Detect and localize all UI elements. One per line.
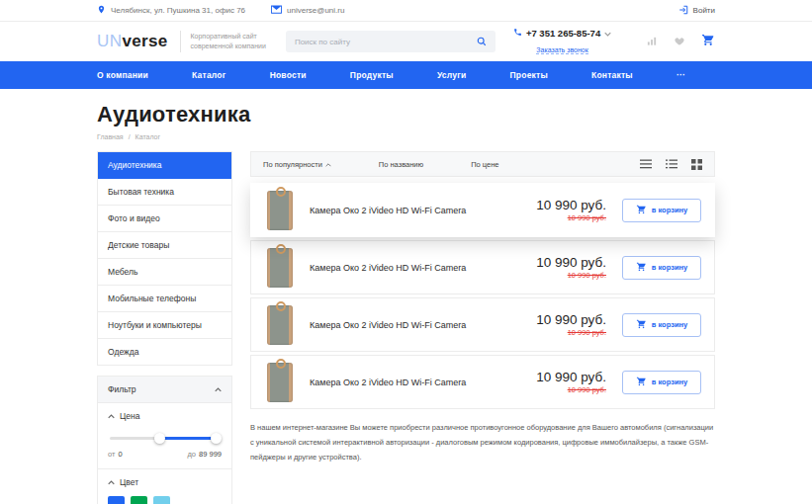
product-price: 10 990 руб. (536, 255, 606, 270)
nav-item-more[interactable]: ··· (677, 70, 685, 80)
product-image[interactable] (267, 305, 293, 345)
login-label: Войти (693, 6, 715, 15)
product-price: 10 990 руб. (536, 370, 606, 384)
color-swatch-skyblue[interactable] (153, 496, 170, 504)
email-item[interactable]: universe@uni.ru (271, 5, 344, 16)
search-box (286, 31, 496, 52)
sidebar-item-laptops[interactable]: Ноутбуки и компьютеры (98, 312, 231, 339)
breadcrumb: Главная / Каталог (97, 133, 715, 140)
color-swatch-green[interactable] (131, 496, 147, 504)
price-section-label: Цена (120, 411, 139, 421)
heart-icon (674, 33, 685, 50)
login-button[interactable]: Войти (678, 5, 715, 17)
nav-item-catalog[interactable]: Каталог (192, 70, 226, 80)
callback-link[interactable]: Заказать звонок (536, 46, 587, 54)
filter-header[interactable]: Фильтр (98, 377, 231, 403)
add-to-cart-label: в корзину (652, 320, 687, 329)
compare-button[interactable] (646, 33, 658, 50)
product-title[interactable]: Камера Око 2 iVideo HD Wi-Fi Camera (310, 263, 536, 273)
logo[interactable]: UN verse (97, 32, 168, 51)
cart-icon (636, 262, 647, 274)
phone-dropdown[interactable]: +7 351 265-85-74 (513, 28, 611, 39)
filter-section-price: Цена от0 до89 999 (98, 403, 231, 469)
nav-item-contacts[interactable]: Контакты (591, 70, 633, 80)
cart-button[interactable] (701, 33, 715, 50)
sidebar-item-phones[interactable]: Мобильные телефоны (98, 286, 231, 312)
slider-handle-min[interactable] (154, 433, 165, 444)
list-view-icon[interactable] (640, 159, 652, 169)
add-to-cart-label: в корзину (652, 378, 687, 386)
product-old-price: 10 990 руб. (536, 328, 606, 337)
sidebar-item-audio[interactable]: Аудиотехника (98, 152, 231, 179)
product-list: Камера Око 2 iVideo HD Wi-Fi Camera 10 9… (250, 183, 715, 409)
product-title[interactable]: Камера Око 2 iVideo HD Wi-Fi Camera (310, 320, 536, 330)
filter-panel: Фильтр Цена (97, 376, 232, 504)
chevron-down-icon (604, 28, 611, 39)
product-old-price: 10 990 руб. (536, 385, 606, 394)
category-description: В нашем интернет-магазине Вы можете прио… (250, 420, 715, 464)
sidebar: Аудиотехника Бытовая техника Фото и виде… (97, 151, 232, 504)
product-old-price: 10 990 руб. (536, 213, 606, 222)
location-pin-icon (97, 4, 106, 17)
nav-item-projects[interactable]: Проекты (510, 70, 548, 80)
main-nav: О компании Каталог Новости Продукты Услу… (0, 61, 812, 89)
product-row: Камера Око 2 iVideo HD Wi-Fi Camera 10 9… (250, 355, 715, 409)
logo-verse: verse (123, 32, 168, 51)
price-block: 10 990 руб. 10 990 руб. (536, 312, 606, 337)
nav-item-news[interactable]: Новости (270, 70, 307, 80)
chevron-up-icon (108, 411, 115, 421)
add-to-cart-label: в корзину (652, 206, 687, 214)
email-link[interactable]: universe@uni.ru (287, 6, 344, 15)
product-title[interactable]: Камера Око 2 iVideo HD Wi-Fi Camera (310, 206, 536, 215)
breadcrumb-catalog[interactable]: Каталог (135, 133, 160, 140)
product-row: Камера Око 2 iVideo HD Wi-Fi Camera 10 9… (250, 183, 715, 237)
add-to-cart-button[interactable]: в корзину (622, 371, 701, 394)
add-to-cart-button[interactable]: в корзину (622, 313, 701, 337)
breadcrumb-home[interactable]: Главная (97, 133, 124, 140)
add-to-cart-button[interactable]: в корзину (622, 256, 701, 280)
nav-item-products[interactable]: Продукты (350, 70, 394, 80)
sort-by-name[interactable]: По названию (379, 160, 423, 169)
product-image[interactable] (267, 191, 293, 230)
product-row: Камера Око 2 iVideo HD Wi-Fi Camera 10 9… (250, 240, 715, 294)
logo-divider (180, 31, 181, 52)
detailed-list-view-icon[interactable] (666, 159, 677, 169)
chevron-up-icon (108, 477, 115, 487)
nav-item-services[interactable]: Услуги (437, 70, 466, 80)
product-old-price: 10 990 руб. (536, 271, 606, 280)
product-image[interactable] (267, 363, 293, 402)
sort-by-popularity[interactable]: По популярности (263, 160, 331, 169)
filter-title: Фильтр (108, 384, 136, 394)
sidebar-item-appliances[interactable]: Бытовая техника (98, 179, 231, 206)
search-icon (477, 33, 487, 50)
add-to-cart-button[interactable]: в корзину (622, 199, 701, 222)
sidebar-item-kids[interactable]: Детские товары (98, 232, 231, 259)
search-button[interactable] (474, 34, 490, 49)
login-icon (678, 5, 688, 17)
search-input[interactable] (295, 38, 474, 46)
nav-item-about[interactable]: О компании (97, 70, 148, 80)
phone-icon (513, 28, 522, 39)
sidebar-item-furniture[interactable]: Мебель (98, 259, 231, 286)
color-section-label: Цвет (120, 477, 138, 487)
product-image[interactable] (267, 248, 293, 288)
topbar: Челябинск, ул. Пушкина 31, офис 76 unive… (0, 0, 812, 22)
envelope-icon (271, 5, 282, 16)
sort-by-price[interactable]: По цене (471, 160, 498, 169)
favorites-button[interactable] (674, 33, 685, 50)
address-item: Челябинск, ул. Пушкина 31, офис 76 (97, 4, 245, 17)
color-section-header[interactable]: Цвет (108, 477, 222, 487)
product-title[interactable]: Камера Око 2 iVideo HD Wi-Fi Camera (310, 378, 536, 387)
cart-icon (701, 33, 715, 50)
category-list: Аудиотехника Бытовая техника Фото и виде… (97, 151, 232, 366)
price-block: 10 990 руб. 10 990 руб. (536, 255, 606, 280)
header: UN verse Корпоративный сайт современной … (0, 22, 812, 61)
logo-tagline: Корпоративный сайт современной компании (191, 32, 266, 52)
price-section-header[interactable]: Цена (108, 411, 222, 421)
product-price: 10 990 руб. (536, 312, 606, 327)
sidebar-item-clothes[interactable]: Одежда (98, 339, 231, 365)
slider-handle-max[interactable] (211, 433, 222, 444)
grid-view-icon[interactable] (691, 159, 702, 170)
sidebar-item-photo-video[interactable]: Фото и видео (98, 206, 231, 232)
color-swatch-blue[interactable] (108, 496, 125, 504)
